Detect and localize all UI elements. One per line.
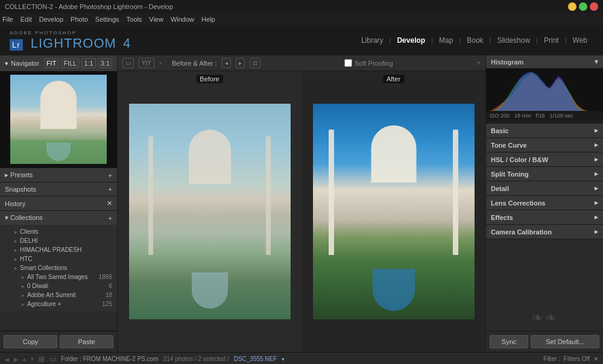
collection-htc[interactable]: ▸ HTC xyxy=(5,254,112,263)
adobe-count: 18 xyxy=(106,292,112,298)
menu-tools[interactable]: Tools xyxy=(127,16,142,23)
clients-label: Clients xyxy=(20,228,112,235)
copy-button[interactable]: Copy xyxy=(4,335,57,348)
toolbar-end-icon: ▾ xyxy=(477,59,481,67)
tab-print[interactable]: Print xyxy=(538,34,565,47)
left-panel: ▾ Navigator FIT FILL 1:1 3:1 xyxy=(0,55,118,352)
filter-close-icon[interactable]: ✕ xyxy=(593,356,598,362)
collection-clients[interactable]: ▸ Clients xyxy=(5,227,112,236)
menu-settings[interactable]: Settings xyxy=(95,16,119,23)
allsarred-label: All Two Sarred Images xyxy=(27,274,96,280)
filename-dropdown-icon[interactable]: ▾ xyxy=(282,356,285,362)
diwali-label: 0 Diwali xyxy=(27,283,106,289)
filename-label[interactable]: DSC_3555.NEF xyxy=(234,356,277,362)
lens-corrections-header[interactable]: Lens Corrections ▸ xyxy=(486,196,603,210)
presets-header[interactable]: ▸ Presets + xyxy=(0,168,117,182)
menu-develop[interactable]: Develop xyxy=(39,16,63,23)
filmstrip-bar: ◂ ▸ ▴ ▾ ⊞ ▭ Folder : FROM MACHINE-2 PS.c… xyxy=(0,353,603,364)
filter-label: Filter : xyxy=(543,356,560,362)
collection-smart[interactable]: ▸ Smart Collections xyxy=(5,263,112,272)
photo-count: 214 photos / 2 selected / xyxy=(163,356,229,362)
swap-right-icon[interactable]: ▸ xyxy=(236,58,245,68)
filmstrip-nav-right[interactable]: ▸ xyxy=(14,354,18,364)
set-default-button[interactable]: Set Default... xyxy=(531,335,599,348)
navigator-thumbnail xyxy=(10,75,107,164)
history-header[interactable]: History ✕ xyxy=(0,196,117,210)
histogram-section: Histogram ▾ ISO 200 18 mm f/18 1/100 sec xyxy=(486,55,603,124)
tab-map[interactable]: Map xyxy=(433,34,459,47)
collections-header[interactable]: ▾ Collections + xyxy=(0,211,117,225)
menu-edit[interactable]: Edit xyxy=(21,16,32,23)
effects-section: Effects ▸ xyxy=(486,210,603,225)
menu-help[interactable]: Help xyxy=(201,16,215,23)
snapshots-label: Snapshots xyxy=(5,186,36,193)
tone-curve-header[interactable]: Tone Curve ▸ xyxy=(486,138,603,152)
tab-library[interactable]: Library xyxy=(355,34,390,47)
collection-delhi[interactable]: ▸ DELHI xyxy=(5,236,112,245)
collection-allsarred[interactable]: ▸ All Two Sarred Images 1866 xyxy=(5,272,112,281)
menu-window[interactable]: Window xyxy=(171,16,194,23)
tone-curve-section: Tone Curve ▸ xyxy=(486,138,603,152)
tab-slideshow[interactable]: Slideshow xyxy=(491,34,536,47)
collection-agriculture[interactable]: ▸ Agriculture + 125 xyxy=(5,300,112,309)
collections-content: ▸ Clients ▸ DELHI ▸ HIMACHAL PRADESH ▸ H… xyxy=(0,225,117,311)
allsarred-count: 1866 xyxy=(99,274,112,280)
filter-value[interactable]: Filters Off xyxy=(564,356,590,362)
view-single-icon[interactable]: ▭ xyxy=(122,58,134,68)
fill-button[interactable]: FILL xyxy=(61,58,79,68)
presets-add-icon[interactable]: + xyxy=(109,172,112,179)
1to1-button[interactable]: 1:1 xyxy=(81,58,95,68)
camera-calibration-header[interactable]: Camera Calibration ▸ xyxy=(486,225,603,239)
view-single-filmstrip-icon[interactable]: ▭ xyxy=(49,355,56,363)
filmstrip-nav-up[interactable]: ▴ xyxy=(23,356,26,362)
close-button[interactable] xyxy=(590,2,598,11)
presets-section: ▸ Presets + xyxy=(0,168,117,183)
collections-add-icon[interactable]: + xyxy=(109,215,112,222)
view-split-icon[interactable]: Y|Y xyxy=(139,58,154,68)
tab-web[interactable]: Web xyxy=(567,34,593,47)
effects-arrow-icon: ▸ xyxy=(595,213,598,221)
basic-header[interactable]: Basic ▸ xyxy=(486,124,603,137)
soft-proofing-toggle[interactable]: Soft Proofing xyxy=(344,59,393,67)
sync-button[interactable]: Sync xyxy=(490,335,528,348)
collection-himachal[interactable]: ▸ HIMACHAL PRADESH xyxy=(5,245,112,254)
split-toning-section: Split Toning ▸ xyxy=(486,167,603,181)
snapshots-add-icon[interactable]: + xyxy=(109,186,112,193)
3to1-button[interactable]: 3:1 xyxy=(98,58,112,68)
maximize-button[interactable] xyxy=(579,2,587,11)
toolbar-dropdown-arrow[interactable]: ▾ xyxy=(159,60,162,66)
navigator-header[interactable]: ▾ Navigator FIT FILL 1:1 3:1 xyxy=(0,55,117,71)
navigator-zoom-buttons: FIT FILL 1:1 3:1 xyxy=(44,58,112,68)
detail-header[interactable]: Detail ▸ xyxy=(486,181,603,195)
logo-lr: Lr xyxy=(10,39,23,51)
history-close-icon[interactable]: ✕ xyxy=(107,199,112,207)
titlebar-text: COLLECTION-2 - Adobe Photoshop Lightroom… xyxy=(5,3,173,10)
panel-decoration: ❧❧ xyxy=(486,239,603,331)
snapshots-header[interactable]: Snapshots + xyxy=(0,183,117,196)
filmstrip-nav-down[interactable]: ▾ xyxy=(31,356,34,362)
filmstrip-nav-left[interactable]: ◂ xyxy=(5,354,9,364)
menu-photo[interactable]: Photo xyxy=(71,16,88,23)
tab-book[interactable]: Book xyxy=(461,34,489,47)
hsl-header[interactable]: HSL / Color / B&W ▸ xyxy=(486,152,603,166)
swap-left-icon[interactable]: ◂ xyxy=(222,58,231,68)
before-after-toolbar: ▭ Y|Y ▾ Before & After : ◂ ▸ ⊡ Soft Proo… xyxy=(118,55,485,71)
fit-button[interactable]: FIT xyxy=(44,58,59,68)
tab-develop[interactable]: Develop xyxy=(391,34,431,47)
menu-view[interactable]: View xyxy=(149,16,163,23)
menu-file[interactable]: File xyxy=(2,16,13,23)
minimize-button[interactable] xyxy=(568,2,576,11)
split-toning-header[interactable]: Split Toning ▸ xyxy=(486,167,603,181)
paste-button[interactable]: Paste xyxy=(60,335,113,348)
soft-proofing-checkbox[interactable] xyxy=(344,59,352,67)
lens-corrections-label: Lens Corrections xyxy=(491,199,545,207)
effects-header[interactable]: Effects ▸ xyxy=(486,210,603,224)
adobe-label: Adobe Art Summit xyxy=(27,292,103,298)
iso-info: ISO 200 xyxy=(490,113,510,119)
view-grid-icon[interactable]: ⊞ xyxy=(39,355,45,363)
copy-from-icon[interactable]: ⊡ xyxy=(250,58,260,68)
collection-diwali[interactable]: ▸ 0 Diwali 6 xyxy=(5,281,112,290)
collection-adobe[interactable]: ▸ Adobe Art Summit 18 xyxy=(5,290,112,300)
delhi-arrow-icon: ▸ xyxy=(14,238,17,244)
histogram-label: Histogram xyxy=(491,58,523,66)
